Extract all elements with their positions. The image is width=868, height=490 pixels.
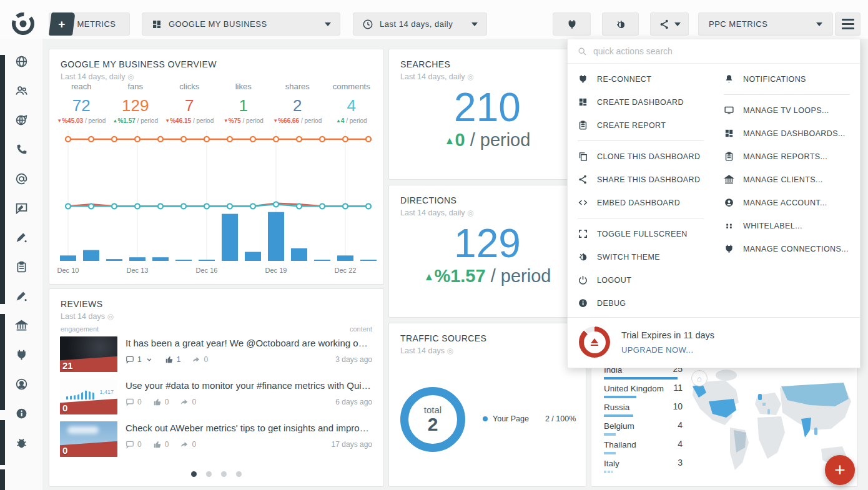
stat-fans: fans 129 ▲%1.57 / period	[109, 82, 163, 124]
country-bar	[604, 433, 616, 436]
rate-review-icon[interactable]	[15, 202, 28, 215]
menu-item-toggle-fullscreen[interactable]: TOGGLE FULLSCREEN	[568, 222, 714, 245]
page-dot[interactable]	[236, 471, 242, 477]
review-row[interactable]: 21 It has been a great year! We @Octoboa…	[60, 336, 372, 373]
menu-item-debug[interactable]: DEBUG	[568, 292, 714, 315]
chevron-down-icon[interactable]	[145, 355, 154, 364]
legend-name: Your Page	[493, 414, 529, 423]
hamburger-menu-button[interactable]	[835, 12, 861, 36]
menu-item-manage-account[interactable]: MANAGE ACCOUNT...	[714, 191, 860, 214]
dashboard-selector[interactable]: PPC METRICS	[698, 12, 833, 36]
menu-item-manage-tv-loops[interactable]: MANAGE TV LOOPS...	[714, 99, 860, 122]
menu-item-embed-dashboard[interactable]: EMBED DASHBOARD	[568, 191, 714, 214]
bank-icon[interactable]	[15, 319, 28, 332]
post-thumbnail[interactable]: 0	[60, 421, 117, 457]
connections-button[interactable]	[553, 12, 591, 36]
menu-item-clone-dashboard[interactable]: CLONE THIS DASHBOARD	[568, 145, 714, 168]
post-thumbnail[interactable]: 1,417 0	[60, 379, 117, 414]
review-row[interactable]: 1,417 0 Use your #data to monitor your #…	[60, 379, 372, 415]
bug-icon[interactable]	[15, 436, 28, 449]
country-bar	[604, 414, 633, 417]
engagement-column-label: engagement	[61, 325, 99, 333]
reviews-card: REVIEWS Last 14 days ◎ engagement conten…	[49, 288, 384, 487]
likes-count: 0	[153, 398, 169, 406]
account-icon	[724, 197, 734, 208]
thumbnail-caption: 1,417	[99, 389, 114, 395]
page-dot[interactable]	[221, 471, 227, 477]
thumb-up-icon	[153, 398, 162, 406]
globe-sync-icon[interactable]	[15, 114, 28, 127]
period-selector[interactable]: Last 14 days, daily	[353, 12, 487, 36]
menu-item-manage-reports[interactable]: MANAGE REPORTS...	[714, 145, 860, 168]
menu-item-notifications[interactable]: NOTIFICATIONS	[714, 67, 860, 91]
menu-item-switch-theme[interactable]: SWITCH THEME	[568, 245, 714, 268]
country-row[interactable]: Thailand4	[604, 439, 683, 458]
page-dot[interactable]	[191, 471, 197, 477]
page-dot[interactable]	[206, 471, 212, 477]
directions-card: DIRECTIONS Last 14 days, daily ◎ 129 ▲%1…	[388, 185, 586, 318]
legend-dot-icon	[483, 416, 488, 421]
menu-right-column: NOTIFICATIONS MANAGE TV LOOPS... MANAGE …	[714, 67, 860, 315]
search-input[interactable]	[593, 46, 850, 56]
engagement-badge: 0	[62, 403, 67, 413]
power-icon	[578, 275, 588, 285]
menu-item-manage-connections[interactable]: MANAGE CONNECTIONS...	[714, 237, 860, 260]
traffic-sources-card: TRAFFIC SOURCES Last 14 days ◎ total 2 Y…	[388, 323, 586, 487]
trial-expiry-text: Trial Expires in 11 days	[621, 330, 714, 340]
upload-arrow-icon	[591, 338, 598, 343]
pen-icon[interactable]	[15, 231, 28, 244]
gmb-stats-row: reach 72 ▼%45.03 / period fans 129 ▲%1.5…	[54, 82, 378, 124]
comments-count: 0	[126, 440, 142, 449]
country-row[interactable]: Italy3	[604, 458, 683, 476]
dashboard-selector-label: PPC METRICS	[709, 19, 767, 29]
country-row[interactable]: Russia10	[604, 401, 683, 420]
people-icon[interactable]	[15, 84, 28, 97]
clipboard-icon	[724, 151, 734, 162]
card-title: REVIEWS	[61, 299, 372, 309]
post-text: It has been a great year! We @Octoboard …	[126, 338, 372, 348]
quick-actions-search[interactable]	[568, 39, 860, 64]
info-icon[interactable]	[15, 407, 28, 420]
menu-item-create-report[interactable]: CREATE REPORT	[568, 114, 714, 137]
menu-item-whitelabel[interactable]: WHITELABEL...	[714, 214, 860, 237]
connection-selector[interactable]: GOOGLE MY BUSINESS	[142, 12, 340, 36]
plug-icon[interactable]	[15, 348, 28, 361]
gmb-timeseries-chart[interactable]: Dec 10Dec 13Dec 16Dec 19Dec 22	[49, 119, 384, 277]
card-title: GOOGLE MY BUSINESS OVERVIEW	[61, 59, 372, 69]
switch-theme-button[interactable]	[602, 12, 639, 36]
person-icon[interactable]	[15, 378, 28, 391]
menu-item-create-dashboard[interactable]: CREATE DASHBOARD	[568, 91, 714, 114]
pen-icon[interactable]	[15, 290, 28, 303]
octoboard-logo[interactable]	[10, 11, 36, 37]
divider	[578, 140, 704, 141]
menu-item-logout[interactable]: LOGOUT	[568, 268, 714, 292]
menu-item-re-connect[interactable]: RE-CONNECT	[568, 67, 714, 91]
review-row[interactable]: 0 Check out AWeber metrics' tips to get …	[60, 421, 372, 458]
share-button[interactable]	[650, 12, 689, 36]
svg-text:Dec 13: Dec 13	[127, 267, 149, 274]
copy-icon	[578, 151, 588, 162]
menu-item-share-dashboard[interactable]: SHARE THIS DASHBOARD	[568, 168, 714, 191]
country-bar	[604, 471, 613, 473]
upgrade-now-link[interactable]: UPGRADE NOW...	[621, 345, 714, 355]
stat-clicks: clicks 7 ▼%46.15 / period	[162, 82, 217, 124]
add-widget-fab[interactable]: +	[825, 455, 855, 485]
add-metrics-button[interactable]: + METRICS	[49, 12, 130, 36]
post-thumbnail[interactable]: 21	[60, 336, 117, 372]
country-row[interactable]: Belgium4	[604, 420, 683, 439]
map-home-button[interactable]: ⌂	[691, 370, 708, 386]
country-row[interactable]: United Kingdom11	[604, 383, 683, 401]
clipboard-icon	[578, 120, 588, 130]
chevron-down-icon	[816, 22, 822, 26]
menu-item-manage-dashboards[interactable]: MANAGE DASHBOARDS...	[714, 122, 860, 145]
comment-icon	[126, 398, 134, 406]
theme-icon	[578, 252, 588, 262]
traffic-donut-chart[interactable]: total 2	[400, 387, 465, 452]
clipboard-icon[interactable]	[15, 260, 28, 273]
svg-text:Dec 19: Dec 19	[265, 267, 287, 274]
at-sign-icon[interactable]	[15, 172, 28, 185]
globe-icon[interactable]	[15, 55, 28, 68]
plug-icon	[578, 74, 588, 84]
menu-item-manage-clients[interactable]: MANAGE CLIENTS...	[714, 168, 860, 191]
phone-icon[interactable]	[15, 143, 28, 156]
